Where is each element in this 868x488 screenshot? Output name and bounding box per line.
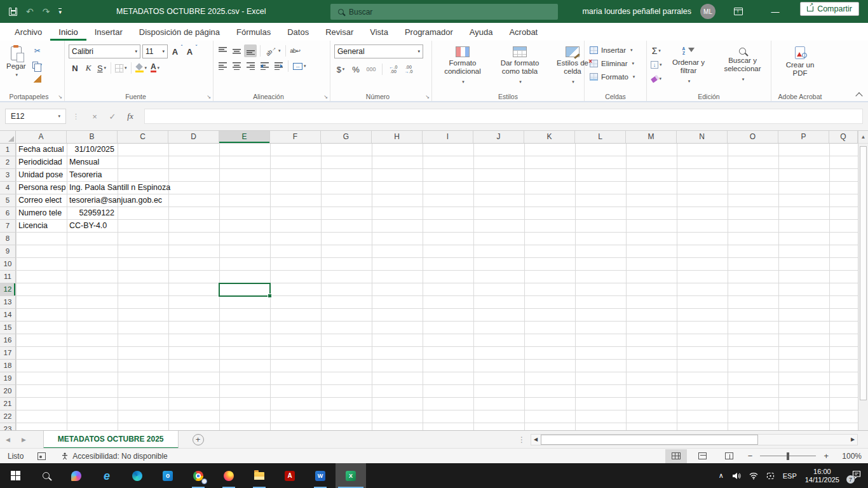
scroll-left-icon[interactable]: ◀ (531, 435, 540, 445)
increase-decimal-icon[interactable]: ←.0.00 (387, 63, 400, 76)
column-header-F[interactable]: F (270, 131, 321, 144)
cell-A4[interactable]: Persona resp (16, 182, 66, 194)
decrease-decimal-icon[interactable]: .00→.0 (402, 63, 415, 76)
user-name[interactable]: maria lourdes peñafiel parrales (582, 7, 691, 16)
row-header-11[interactable]: 11 (0, 271, 16, 283)
search-box[interactable]: Buscar (330, 4, 558, 20)
row-cells-14[interactable] (16, 309, 868, 322)
format-cells-button[interactable]: Formato▾ (587, 70, 644, 83)
orientation-icon[interactable]: ab→▾ (264, 44, 282, 57)
font-size-select[interactable]: 11▾ (142, 44, 168, 58)
number-dialog-launcher-icon[interactable]: ↘ (425, 94, 430, 100)
selected-cell[interactable] (219, 283, 271, 297)
row-header-17[interactable]: 17 (0, 347, 16, 360)
tab-datos[interactable]: Datos (279, 23, 317, 41)
tab-inicio[interactable]: Inicio (50, 23, 86, 41)
row-cells-22[interactable] (16, 410, 868, 423)
row-cells-15[interactable] (16, 322, 868, 334)
column-header-K[interactable]: K (524, 131, 575, 144)
taskbar-word[interactable]: W (305, 463, 336, 488)
grow-font-icon[interactable]: Aˆ (170, 45, 182, 58)
decrease-indent-icon[interactable] (258, 60, 271, 72)
collapse-ribbon-icon[interactable] (855, 92, 862, 99)
column-header-C[interactable]: C (118, 131, 168, 144)
wifi-icon[interactable] (749, 472, 758, 480)
sheet-tab[interactable]: METADATOS OCTUBRE 2025 (43, 431, 179, 449)
bold-button[interactable]: N (69, 62, 81, 74)
minimize-button[interactable]: — (761, 0, 789, 23)
zoom-in-icon[interactable]: + (821, 451, 831, 461)
clock[interactable]: 16:0014/11/2025 (805, 468, 839, 484)
font-name-select[interactable]: Calibri▾ (69, 44, 140, 58)
cell-A6[interactable]: Numero tele (16, 207, 66, 219)
row-header-14[interactable]: 14 (0, 309, 16, 322)
taskbar-file-explorer[interactable] (244, 463, 275, 488)
taskbar-acrobat[interactable]: A (275, 463, 305, 488)
row-cells-17[interactable] (16, 347, 868, 360)
row-cells-16[interactable] (16, 334, 868, 347)
row-header-1[interactable]: 1 (0, 144, 16, 156)
tab-vista[interactable]: Vista (362, 23, 397, 41)
column-header-H[interactable]: H (372, 131, 423, 144)
align-bottom-icon[interactable] (244, 44, 257, 57)
row-header-7[interactable]: 7 (0, 220, 16, 233)
column-header-B[interactable]: B (67, 131, 118, 144)
tab-programador[interactable]: Programador (397, 23, 461, 41)
row-cells-19[interactable] (16, 372, 868, 385)
row-header-13[interactable]: 13 (0, 296, 16, 309)
underline-button[interactable]: S▾ (95, 62, 108, 74)
phone-link-icon[interactable] (766, 472, 775, 480)
avatar[interactable]: ML (700, 4, 715, 19)
percent-format-icon[interactable]: % (349, 63, 362, 76)
column-header-L[interactable]: L (575, 131, 626, 144)
macro-record-icon[interactable] (37, 452, 46, 460)
notification-center[interactable]: 7 (848, 470, 862, 481)
align-left-icon[interactable] (216, 60, 229, 72)
italic-button[interactable]: K (82, 62, 95, 74)
row-header-12[interactable]: 12 (0, 283, 16, 296)
row-cells-20[interactable] (16, 385, 868, 398)
cancel-icon[interactable]: × (86, 112, 104, 121)
borders-icon[interactable]: ▾ (114, 62, 128, 74)
taskbar-chrome[interactable] (183, 463, 214, 488)
row-cells-18[interactable] (16, 360, 868, 372)
row-cells-23[interactable] (16, 423, 868, 430)
row-header-18[interactable]: 18 (0, 360, 16, 372)
normal-view-icon[interactable] (665, 449, 687, 463)
row-header-6[interactable]: 6 (0, 207, 16, 220)
taskbar-edge[interactable] (122, 463, 153, 488)
find-select-button[interactable]: Buscar y seleccionar▾ (714, 43, 771, 85)
row-header-3[interactable]: 3 (0, 169, 16, 182)
taskbar-excel[interactable]: X (336, 463, 366, 488)
row-header-19[interactable]: 19 (0, 372, 16, 385)
tab-revisar[interactable]: Revisar (317, 23, 362, 41)
cell-A1[interactable]: Fecha actual (16, 144, 66, 156)
undo-icon[interactable]: ↶ (26, 7, 34, 16)
column-header-M[interactable]: M (626, 131, 677, 144)
row-cells-1[interactable]: Fecha actual31/10/2025 (16, 144, 868, 156)
font-color-icon[interactable]: A▾ (149, 62, 161, 74)
taskbar-firefox[interactable] (214, 463, 244, 488)
save-icon[interactable] (9, 8, 17, 16)
row-cells-12[interactable] (16, 283, 868, 296)
align-middle-icon[interactable] (230, 44, 243, 57)
row-cells-9[interactable] (16, 245, 868, 258)
volume-icon[interactable] (732, 472, 741, 480)
page-break-view-icon[interactable] (719, 449, 740, 463)
fill-color-icon[interactable]: ▾ (134, 62, 149, 74)
row-cells-8[interactable] (16, 233, 868, 245)
select-all-corner[interactable] (0, 131, 16, 144)
row-header-4[interactable]: 4 (0, 182, 16, 194)
cell-A2[interactable]: Periodicidad (16, 156, 66, 168)
row-header-8[interactable]: 8 (0, 233, 16, 245)
sort-filter-button[interactable]: Ordenar y filtrar▾ (665, 43, 713, 85)
shrink-font-icon[interactable]: Aˇ (184, 45, 197, 58)
row-header-15[interactable]: 15 (0, 322, 16, 334)
row-header-5[interactable]: 5 (0, 194, 16, 207)
column-header-D[interactable]: D (168, 131, 219, 144)
name-box-splitter[interactable]: ⋮ (72, 112, 79, 121)
taskbar-start-button[interactable] (0, 463, 31, 488)
merge-center-icon[interactable]: ↔▾ (292, 60, 308, 72)
horizontal-scroll-thumb[interactable] (541, 435, 758, 445)
worksheet-grid[interactable]: ABCDEFGHIJKLMNOPQ 1Fecha actual31/10/202… (0, 131, 868, 430)
